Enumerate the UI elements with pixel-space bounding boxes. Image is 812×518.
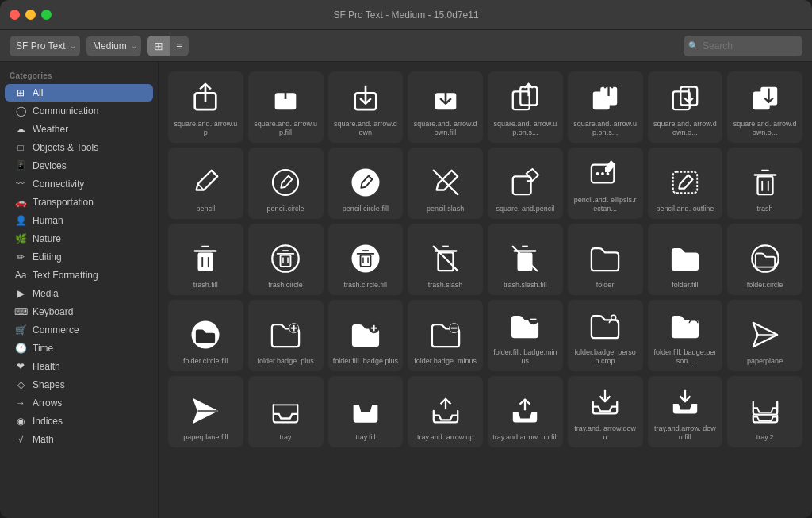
icon-cell-tray-and-arrow-down[interactable]: tray.and. arrow.down [568,376,643,447]
sidebar-icon-human: 👤 [14,215,27,226]
icon-cell-folder-fill[interactable]: folder.fill [648,224,723,295]
icon-label: folder.fill. badge.plus [333,357,398,366]
list-view-button[interactable]: ≡ [170,36,189,56]
sidebar-item-editing[interactable]: ✏ Editing [5,248,153,266]
icon-cell-folder-fill-badge-minus[interactable]: folder.fill. badge.minus [488,300,563,371]
icon-image-tray-2 [748,393,783,428]
icon-image-pencil-slash [428,165,463,200]
icon-cell-pencil-and-outline[interactable]: pencil.and. outline [648,148,723,219]
sidebar-label-all: All [33,87,43,98]
icon-cell-trash-slash[interactable]: trash.slash [408,224,483,295]
icon-cell-folder-badge-minus[interactable]: folder.badge. minus [408,300,483,371]
sidebar-item-shapes[interactable]: ◇ Shapes [5,376,153,393]
sidebar-label-arrows: Arrows [33,397,62,409]
icon-cell-pencil-circle[interactable]: pencil.circle [248,148,324,219]
icon-cell-pencil-circle-fill[interactable]: pencil.circle.fill [328,148,404,219]
font-weight-select[interactable]: Medium [86,36,141,56]
traffic-lights [10,10,52,20]
sidebar-item-commerce[interactable]: 🛒 Commerce [5,321,153,339]
icon-cell-folder-fill-badge-plus[interactable]: folder.fill. badge.plus [328,300,404,371]
icon-cell-pencil-and-ellipsis-rectangle[interactable]: pencil.and. ellipsis.rectan... [568,148,643,219]
icon-cell-tray-and-arrow-up[interactable]: tray.and. arrow.up [408,376,483,447]
sidebar-item-nature[interactable]: 🌿 Nature [5,230,153,247]
icon-image-folder-circle-fill [188,317,223,352]
icon-image-pencil-circle-fill [348,165,383,200]
icon-cell-folder-circle[interactable]: folder.circle [727,224,802,295]
icon-cell-trash-fill[interactable]: trash.fill [168,224,243,295]
icon-image-tray-and-arrow-up [428,393,463,428]
sidebar-item-health[interactable]: ❤ Health [5,358,153,375]
icon-label: square.and. arrow.down.o... [653,120,718,138]
sidebar-label-commerce: Commerce [33,324,79,336]
sidebar-item-transportation[interactable]: 🚗 Transportation [5,194,153,211]
icon-label: folder [596,281,615,290]
toolbar: SF Pro Text Medium ⊞ ≡ [0,30,812,62]
icon-cell-trash-circle-fill[interactable]: trash.circle.fill [328,224,404,295]
icon-cell-trash-circle[interactable]: trash.circle [248,224,324,295]
sidebar-icon-time: 🕐 [14,343,27,354]
icon-image-folder-badge-minus [428,317,463,352]
icon-cell-folder-circle-fill[interactable]: folder.circle.fill [168,300,243,371]
icon-cell-folder-badge-plus[interactable]: folder.badge. plus [248,300,324,371]
icon-image-folder-badge-plus [268,317,303,352]
icon-cell-folder-fill-badge-person[interactable]: folder.fill. badge.person... [648,300,723,371]
icon-cell-tray-and-arrow-down-fill[interactable]: tray.and.arrow. down.fill [648,376,723,447]
icon-cell-square-and-arrow-down[interactable]: square.and. arrow.down [328,71,404,143]
icon-cell-pencil[interactable]: pencil [168,148,243,219]
icon-cell-paperplane-fill[interactable]: paperplane.fill [168,376,243,447]
minimize-button[interactable] [25,10,36,20]
icon-cell-folder[interactable]: folder [568,224,643,295]
sidebar-item-objects-tools[interactable]: □ Objects & Tools [5,139,153,156]
sidebar-item-devices[interactable]: 📱 Devices [5,157,153,175]
icon-cell-square-and-arrow-up-on-s[interactable]: square.and. arrow.up.on.s... [488,71,563,143]
grid-area[interactable]: square.and. arrow.up square.and. arrow.u… [159,62,812,518]
icon-image-square-and-arrow-down-o2 [748,80,783,115]
icon-cell-square-and-pencil[interactable]: square. and.pencil [488,148,563,219]
icon-cell-square-and-arrow-down-o[interactable]: square.and. arrow.down.o... [648,71,723,143]
icon-cell-square-and-arrow-up[interactable]: square.and. arrow.up [168,71,243,143]
icon-label: pencil.circle [267,205,304,214]
sidebar-item-arrows[interactable]: → Arrows [5,394,153,412]
icon-label: folder.badge. minus [414,357,477,366]
sidebar-item-connectivity[interactable]: 〰 Connectivity [5,175,153,193]
grid-view-button[interactable]: ⊞ [147,36,170,56]
sidebar-item-time[interactable]: 🕐 Time [5,340,153,357]
icon-image-folder-fill [668,241,703,276]
icon-label: folder.circle [747,281,783,290]
icon-image-square-and-arrow-down-o [668,80,703,115]
icon-cell-tray[interactable]: tray [248,376,324,447]
sidebar-item-weather[interactable]: ☁ Weather [5,121,153,138]
icon-cell-tray-fill[interactable]: tray.fill [328,376,404,447]
main-content: Categories ⊞ All ◯ Communication ☁ Weath… [0,62,812,518]
icon-image-tray-fill [348,393,383,428]
icon-cell-trash[interactable]: trash [727,148,802,219]
sidebar-item-media[interactable]: ▶ Media [5,285,153,302]
sidebar-item-text-formatting[interactable]: Aa Text Formatting [5,267,153,284]
app-window: SF Pro Text - Medium - 15.0d7e11 SF Pro … [0,0,812,518]
icon-cell-tray-and-arrow-up-fill[interactable]: tray.and.arrow. up.fill [488,376,563,447]
sidebar-item-keyboard[interactable]: ⌨ Keyboard [5,303,153,320]
sidebar-item-human[interactable]: 👤 Human [5,212,153,229]
icon-image-trash-circle [268,241,303,276]
icon-cell-square-and-arrow-up-fill[interactable]: square.and. arrow.up.fill [248,71,324,143]
icon-cell-trash-slash-fill[interactable]: trash.slash.fill [488,224,563,295]
sidebar-label-devices: Devices [33,160,67,171]
sidebar-item-math[interactable]: √ Math [5,431,153,448]
close-button[interactable] [10,10,20,20]
search-input[interactable] [684,36,802,56]
sidebar-item-all[interactable]: ⊞ All [5,84,153,102]
icon-cell-square-and-arrow-up-on-s-fill[interactable]: square.and. arrow.up.on.s... [568,71,643,143]
sidebar-icon-health: ❤ [14,361,27,372]
icon-cell-tray-2[interactable]: tray.2 [727,376,802,447]
icon-cell-square-and-arrow-down-o2[interactable]: square.and. arrow.down.o... [727,71,802,143]
sidebar-item-indices[interactable]: ◉ Indices [5,412,153,430]
icon-cell-folder-badge-person-crop[interactable]: folder.badge. person.crop [568,300,643,371]
icon-cell-square-and-arrow-down-fill[interactable]: square.and. arrow.down.fill [408,71,483,143]
zoom-button[interactable] [41,10,52,20]
icon-image-folder-fill-badge-minus [508,309,542,343]
font-family-select[interactable]: SF Pro Text [10,36,80,56]
icon-cell-paperplane[interactable]: paperplane [727,300,802,371]
sidebar-label-objects-tools: Objects & Tools [33,142,98,153]
sidebar-item-communication[interactable]: ◯ Communication [5,102,153,120]
icon-cell-pencil-slash[interactable]: pencil.slash [408,148,483,219]
